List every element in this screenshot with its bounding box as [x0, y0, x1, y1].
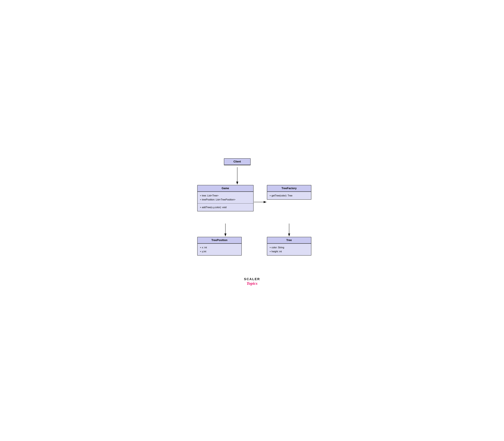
game-method-1: + addTree(x,y,color): void — [200, 205, 251, 209]
tree-attributes-section: + color: String + height: int — [267, 244, 311, 255]
tree-box: Tree + color: String + height: int — [267, 237, 311, 255]
logo-scaler: SCALER — [244, 277, 260, 281]
treeposition-attributes-section: + x: int + y;int — [198, 244, 241, 255]
game-methods-section: + addTree(x,y,color): void — [198, 203, 253, 211]
client-name: Client — [233, 160, 241, 163]
game-attributes-section: + tree: List<Tree> + treePosition: List<… — [198, 192, 253, 203]
treeposition-box-header: TreePosition — [198, 237, 241, 244]
treeposition-name: TreePosition — [211, 239, 227, 242]
treeposition-attr-2: + y;int — [200, 250, 239, 253]
arrows-svg — [188, 154, 316, 287]
game-attr-2: + treePosition: List<TreePosition> — [200, 198, 251, 202]
treeposition-attr-1: + x: int — [200, 245, 239, 250]
treefactory-methods-section: + getTree(color): Tree — [267, 192, 311, 199]
game-attr-1: + tree: List<Tree> — [200, 194, 251, 198]
diagram-container: Client Game + tree: List<Tree> + treePos… — [188, 154, 316, 287]
client-box-header: Client — [224, 159, 250, 165]
tree-attr-1: + color: String — [270, 245, 309, 250]
game-box-header: Game — [198, 185, 253, 192]
treefactory-method-1: + getTree(color): Tree — [270, 194, 309, 198]
logo: SCALER Topics — [244, 277, 260, 286]
logo-topics: Topics — [244, 281, 260, 286]
game-name: Game — [222, 187, 229, 190]
treefactory-name: TreeFactory — [281, 187, 297, 190]
tree-name: Tree — [286, 239, 292, 242]
treeposition-box: TreePosition + x: int + y;int — [197, 237, 242, 255]
treefactory-box-header: TreeFactory — [267, 185, 311, 192]
tree-box-header: Tree — [267, 237, 311, 244]
tree-attr-2: + height: int — [270, 250, 309, 253]
game-box: Game + tree: List<Tree> + treePosition: … — [197, 185, 254, 212]
client-box: Client — [224, 158, 251, 165]
treefactory-box: TreeFactory + getTree(color): Tree — [267, 185, 311, 200]
